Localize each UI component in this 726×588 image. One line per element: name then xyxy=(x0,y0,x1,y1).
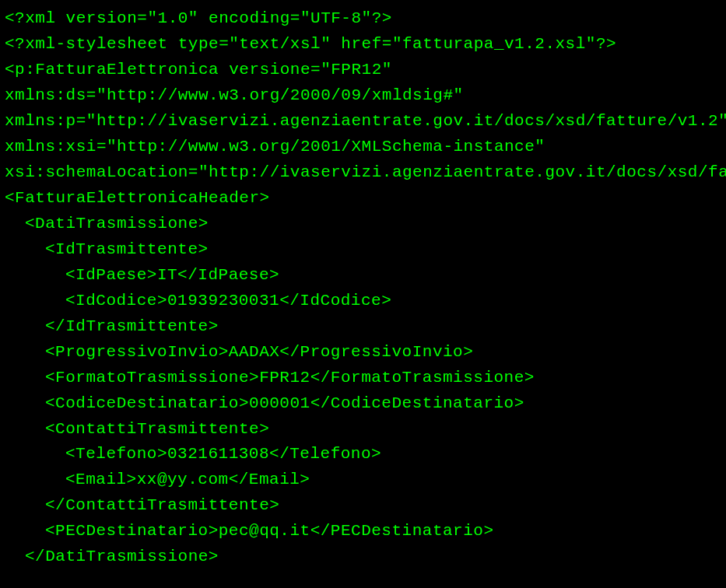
code-line: <ContattiTrasmittente> xyxy=(5,417,726,443)
code-line: xmlns:ds="http://www.w3.org/2000/09/xmld… xyxy=(5,83,726,109)
code-line: <FatturaElettronicaHeader> xyxy=(5,186,726,212)
code-line: xmlns:xsi="http://www.w3.org/2001/XMLSch… xyxy=(5,135,726,160)
code-line: </IdTrasmittente> xyxy=(5,314,726,340)
code-line: <IdPaese>IT</IdPaese> xyxy=(5,263,726,289)
code-line: <p:FatturaElettronica versione="FPR12" xyxy=(5,58,726,83)
code-line: xmlns:p="http://ivaservizi.agenziaentrat… xyxy=(5,109,726,135)
code-line: </ContattiTrasmittente> xyxy=(5,493,726,519)
code-line: <CodiceDestinatario>000001</CodiceDestin… xyxy=(5,391,726,417)
code-line: <PECDestinatario>pec@qq.it</PECDestinata… xyxy=(5,519,726,544)
code-line: <IdCodice>01939230031</IdCodice> xyxy=(5,289,726,314)
code-line: <?xml-stylesheet type="text/xsl" href="f… xyxy=(5,32,726,58)
xml-code-viewer: <?xml version="1.0" encoding="UTF-8"?> <… xyxy=(5,6,726,588)
code-line: <IdTrasmittente> xyxy=(5,237,726,263)
code-line: <Email>xx@yy.com</Email> xyxy=(5,467,726,493)
code-line: xsi:schemaLocation="http://ivaservizi.ag… xyxy=(5,160,726,186)
code-line: <?xml version="1.0" encoding="UTF-8"?> xyxy=(5,6,726,32)
code-line: <ProgressivoInvio>AADAX</ProgressivoInvi… xyxy=(5,340,726,366)
code-line: </DatiTrasmissione> xyxy=(5,544,726,570)
code-line: <DatiTrasmissione> xyxy=(5,212,726,237)
code-line: <FormatoTrasmissione>FPR12</FormatoTrasm… xyxy=(5,366,726,391)
code-line: <Telefono>0321611308</Telefono> xyxy=(5,442,726,467)
